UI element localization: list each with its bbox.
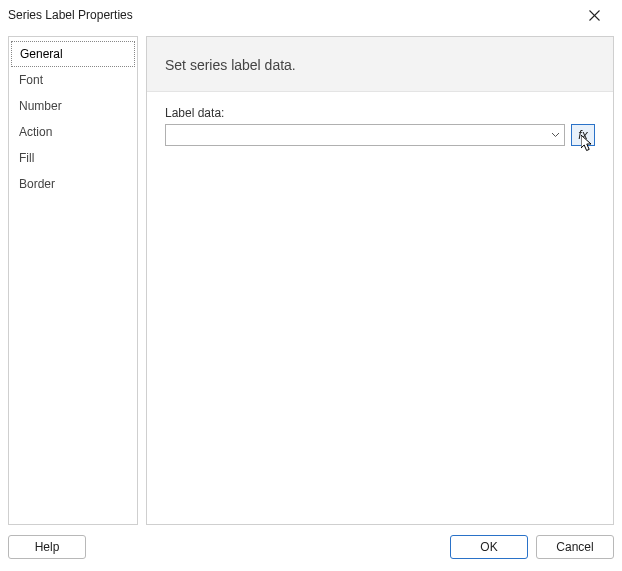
sidebar-item-border[interactable]: Border [9, 171, 137, 197]
fx-icon: fx [578, 128, 587, 142]
close-button[interactable] [574, 1, 614, 29]
sidebar-item-fill[interactable]: Fill [9, 145, 137, 171]
close-icon [589, 10, 600, 21]
sidebar-item-font[interactable]: Font [9, 67, 137, 93]
panel-body: Label data: fx [147, 92, 613, 160]
sidebar-item-number[interactable]: Number [9, 93, 137, 119]
panel-title: Set series label data. [165, 57, 595, 73]
sidebar-item-label: General [20, 47, 63, 61]
footer: Help OK Cancel [0, 529, 622, 571]
sidebar-item-general[interactable]: General [11, 41, 135, 67]
chevron-down-icon [546, 132, 564, 138]
window-title: Series Label Properties [8, 8, 574, 22]
help-button[interactable]: Help [8, 535, 86, 559]
expression-button[interactable]: fx [571, 124, 595, 146]
content-area: General Font Number Action Fill Border S… [0, 30, 622, 529]
ok-button[interactable]: OK [450, 535, 528, 559]
sidebar-item-label: Action [19, 125, 52, 139]
panel-header: Set series label data. [147, 37, 613, 92]
titlebar: Series Label Properties [0, 0, 622, 30]
help-button-label: Help [35, 540, 60, 554]
sidebar-item-label: Border [19, 177, 55, 191]
label-data-row: fx [165, 124, 595, 146]
sidebar-item-label: Number [19, 99, 62, 113]
label-data-label: Label data: [165, 106, 595, 120]
sidebar-item-label: Font [19, 73, 43, 87]
sidebar-item-action[interactable]: Action [9, 119, 137, 145]
main-panel: Set series label data. Label data: fx [146, 36, 614, 525]
ok-button-label: OK [480, 540, 497, 554]
label-data-combobox[interactable] [165, 124, 565, 146]
sidebar-item-label: Fill [19, 151, 34, 165]
cancel-button-label: Cancel [556, 540, 593, 554]
cancel-button[interactable]: Cancel [536, 535, 614, 559]
sidebar: General Font Number Action Fill Border [8, 36, 138, 525]
